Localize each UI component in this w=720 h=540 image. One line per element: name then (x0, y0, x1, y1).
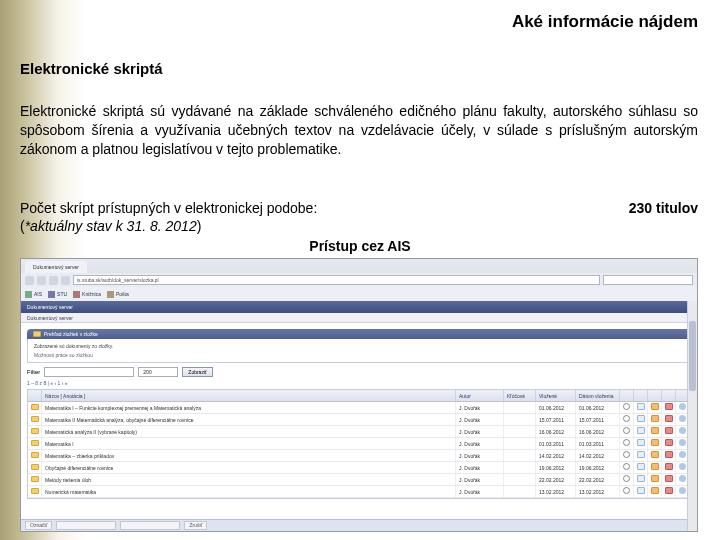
row-author: J. Dvořák (456, 438, 504, 449)
show-button[interactable]: Zobraziť (182, 367, 213, 377)
browser-tab[interactable]: Dokumentový server (25, 261, 87, 273)
bottom-button[interactable]: Zrušiť (184, 521, 207, 530)
row-name[interactable]: Obyčajné diferenciálne rovnice (42, 462, 456, 473)
folder-icon (33, 331, 41, 337)
per-page-select[interactable]: 200 (138, 367, 178, 377)
row-edit-icon[interactable] (648, 450, 662, 461)
row-attach-icon[interactable] (620, 450, 634, 461)
row-doc-icon[interactable] (634, 486, 648, 497)
row-edit-icon[interactable] (648, 486, 662, 497)
row-keywords (504, 414, 536, 425)
row-edit-icon[interactable] (648, 438, 662, 449)
ais-breadcrumb: Dokumentový server (21, 313, 697, 323)
bookmark-item[interactable]: Knižnica (73, 291, 101, 298)
row-keywords (504, 486, 536, 497)
ais-panel-body: Zobrazené sú dokumenty zo zložky. Možnos… (27, 339, 691, 363)
th-keywords[interactable]: Kľúčové (504, 390, 536, 401)
row-attach-icon[interactable] (620, 414, 634, 425)
forward-button[interactable] (37, 276, 46, 285)
filter-input[interactable] (44, 367, 134, 377)
row-delete-icon[interactable] (662, 414, 676, 425)
bottom-select[interactable] (56, 521, 116, 530)
th-date[interactable]: Dátum vloženia (576, 390, 620, 401)
row-doc-icon[interactable] (634, 462, 648, 473)
row-name[interactable]: Matematika – zbierka príkladov (42, 450, 456, 461)
row-author: J. Dvořák (456, 462, 504, 473)
address-bar[interactable]: is.stuba.sk/auth/dok_server/slozka.pl (73, 275, 600, 285)
row-delete-icon[interactable] (662, 426, 676, 437)
bookmark-item[interactable]: AIS (25, 291, 42, 298)
row-attach-icon[interactable] (620, 486, 634, 497)
pager-text: 1 – 8 z 8 | « ‹ 1 › » (27, 380, 68, 386)
row-doc-icon[interactable] (634, 402, 648, 413)
row-name[interactable]: Matematika II Matematická analýza, obyča… (42, 414, 456, 425)
row-delete-icon[interactable] (662, 450, 676, 461)
th-author[interactable]: Autor (456, 390, 504, 401)
row-author: J. Dvořák (456, 426, 504, 437)
row-inserted: 14.02.2012 (536, 450, 576, 461)
row-delete-icon[interactable] (662, 486, 676, 497)
row-attach-icon[interactable] (620, 402, 634, 413)
scrollbar-thumb[interactable] (689, 321, 696, 391)
ais-screenshot: Dokumentový server is.stuba.sk/auth/dok_… (20, 258, 698, 532)
th-inserted[interactable]: Vložené (536, 390, 576, 401)
row-author: J. Dvořák (456, 402, 504, 413)
bookmark-item[interactable]: Pošta (107, 291, 129, 298)
table-row: Obyčajné diferenciálne rovniceJ. Dvořák1… (28, 462, 690, 474)
vertical-scrollbar[interactable] (687, 301, 697, 531)
bottom-button[interactable]: Označiť (25, 521, 52, 530)
section-title: Elektronické skriptá (20, 60, 163, 77)
row-attach-icon[interactable] (620, 426, 634, 437)
filter-label: Filter (27, 369, 40, 375)
th-name[interactable]: Názov [ Anotácia ] (42, 390, 456, 401)
row-author: J. Dvořák (456, 450, 504, 461)
table-body: Matematika I – Funkcie komplexnej premen… (28, 402, 690, 498)
row-edit-icon[interactable] (648, 414, 662, 425)
back-button[interactable] (25, 276, 34, 285)
row-doc-icon[interactable] (634, 474, 648, 485)
bookmark-label: AIS (34, 291, 42, 297)
row-date: 19.06.2012 (576, 462, 620, 473)
row-delete-icon[interactable] (662, 462, 676, 473)
th-action (634, 390, 648, 401)
row-name[interactable]: Matematika I (42, 438, 456, 449)
row-edit-icon[interactable] (648, 426, 662, 437)
count-value: 230 titulov (629, 200, 698, 216)
browser-search-input[interactable] (603, 275, 693, 285)
bottom-select[interactable] (120, 521, 180, 530)
row-inserted: 15.07.2011 (536, 414, 576, 425)
row-name[interactable]: Metódy riešenia úloh (42, 474, 456, 485)
home-button[interactable] (61, 276, 70, 285)
row-attach-icon[interactable] (620, 462, 634, 473)
table-row: Matematika I – Funkcie komplexnej premen… (28, 402, 690, 414)
row-name[interactable]: Numerická matematika (42, 486, 456, 497)
row-attach-icon[interactable] (620, 474, 634, 485)
row-name[interactable]: Matematická analýza II (vybrané kapitoly… (42, 426, 456, 437)
row-edit-icon[interactable] (648, 402, 662, 413)
row-keywords (504, 402, 536, 413)
row-delete-icon[interactable] (662, 474, 676, 485)
note: (*aktuálny stav k 31. 8. 2012) (20, 218, 201, 234)
bookmark-item[interactable]: STU (48, 291, 67, 298)
row-attach-icon[interactable] (620, 438, 634, 449)
row-date: 22.02.2012 (576, 474, 620, 485)
bookmark-icon (73, 291, 80, 298)
row-doc-icon[interactable] (634, 450, 648, 461)
row-doc-icon[interactable] (634, 414, 648, 425)
row-doc-icon[interactable] (634, 426, 648, 437)
row-doc-icon[interactable] (634, 438, 648, 449)
ais-panel-title: Prehľad zložiek v zložke (44, 329, 98, 339)
row-edit-icon[interactable] (648, 474, 662, 485)
reload-button[interactable] (49, 276, 58, 285)
table-row: Matematika IJ. Dvořák01.03.201101.03.201… (28, 438, 690, 450)
pager: 1 – 8 z 8 | « ‹ 1 › » (27, 380, 691, 386)
row-delete-icon[interactable] (662, 438, 676, 449)
row-edit-icon[interactable] (648, 462, 662, 473)
row-delete-icon[interactable] (662, 402, 676, 413)
ais-panel-header: Prehľad zložiek v zložke (27, 329, 691, 339)
table-row: Matematika – zbierka príkladovJ. Dvořák1… (28, 450, 690, 462)
table-row: Matematická analýza II (vybrané kapitoly… (28, 426, 690, 438)
browser-tabstrip: Dokumentový server (21, 259, 697, 273)
browser-toolbar: is.stuba.sk/auth/dok_server/slozka.pl (21, 273, 697, 287)
row-name[interactable]: Matematika I – Funkcie komplexnej premen… (42, 402, 456, 413)
